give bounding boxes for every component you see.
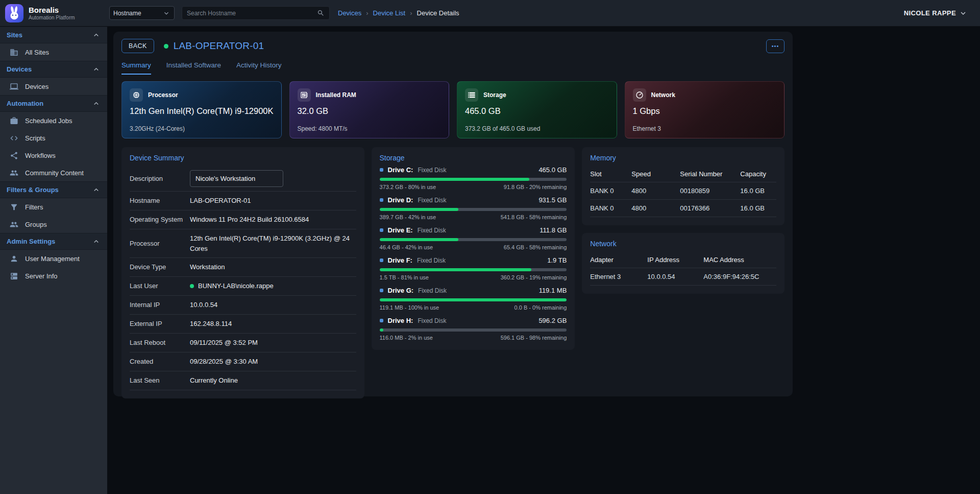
more-actions-button[interactable]: ••• (766, 39, 785, 53)
column-header: MAC Address (703, 252, 776, 268)
card-title: Storage (483, 91, 506, 99)
sidebar-section-admin-settings[interactable]: Admin Settings (0, 233, 107, 250)
tab-activity-history[interactable]: Activity History (236, 61, 282, 75)
card-title: Processor (148, 91, 178, 99)
drive-bullet-icon (380, 198, 383, 202)
drive-usage-bar (380, 328, 567, 332)
summary-row-processor: Processor 12th Gen Intel(R) Core(TM) i9-… (130, 229, 356, 258)
hostname-filter-dropdown[interactable]: Hostname (109, 6, 175, 20)
drive-f: Drive F: Fixed Disk 1.9 TB 1.5 TB - 81% … (380, 256, 567, 280)
network-panel: Network Adapter IP Address MAC Address E… (582, 233, 785, 294)
user-name: NICOLE RAPPE (904, 9, 956, 17)
breadcrumb-device-list[interactable]: Device List (373, 9, 406, 17)
breadcrumb-devices[interactable]: Devices (338, 9, 361, 17)
sidebar-item-scripts[interactable]: Scripts (0, 129, 107, 147)
chevron-down-icon (959, 9, 968, 18)
summary-row-last-reboot: Last Reboot 09/11/2025 @ 3:52 PM (130, 334, 356, 352)
sidebar-item-devices[interactable]: Devices (0, 78, 107, 95)
sidebar-section-automation[interactable]: Automation (0, 95, 107, 112)
drive-usage-bar (380, 178, 567, 181)
tab-summary[interactable]: Summary (121, 61, 151, 75)
card-footer: 373.2 GB of 465.0 GB used (465, 125, 540, 132)
table-cell: 16.0 GB (740, 182, 776, 200)
sidebar-item-scheduled-jobs[interactable]: Scheduled Jobs (0, 112, 107, 129)
brand: Borealis Automation Platform (0, 4, 107, 23)
sidebar-item-groups[interactable]: Groups (0, 216, 107, 233)
processor-icon (130, 88, 143, 102)
sidebar-item-user-management[interactable]: User Management (0, 250, 107, 267)
storage-panel: Storage Drive C: Fixed Disk 465.0 GB 373… (372, 147, 575, 350)
column-header: IP Address (647, 252, 703, 268)
sidebar-item-label: Filters (25, 203, 43, 211)
hostname-filter-label: Hostname (113, 10, 141, 17)
summary-row-description: Description (130, 166, 356, 192)
user-menu[interactable]: NICOLE RAPPE (904, 9, 980, 18)
summary-row-device-type: Device Type Workstation (130, 258, 356, 277)
search-input[interactable] (187, 10, 317, 17)
description-input[interactable] (190, 170, 283, 187)
breadcrumb: Devices › Device List › Device Details (338, 9, 459, 17)
device-details-container: BACK LAB-OPERATOR-01 ••• Summary Install… (113, 32, 793, 396)
ram-icon (298, 88, 311, 102)
section-label: Automation (7, 100, 43, 107)
summary-row-last-user: Last User BUNNY-LAB\nicole.rappe (130, 277, 356, 296)
sidebar-item-label: Workflows (25, 152, 56, 159)
sidebar-item-server-info[interactable]: Server Info (0, 267, 107, 285)
network-table: Adapter IP Address MAC Address Ethernet … (590, 252, 776, 286)
top-bar: Borealis Automation Platform Hostname De… (0, 0, 980, 27)
sidebar-section-filters-groups[interactable]: Filters & Groups (0, 181, 107, 198)
drive-e: Drive E: Fixed Disk 111.8 GB 46.4 GB - 4… (380, 226, 567, 250)
chevron-up-icon (92, 237, 101, 246)
sidebar-item-workflows[interactable]: Workflows (0, 147, 107, 164)
table-cell: 00180859 (680, 182, 740, 200)
drive-usage-bar (380, 208, 567, 211)
device-summary-panel: Device Summary Description Hostname LAB-… (121, 147, 364, 398)
drive-d: Drive D: Fixed Disk 931.5 GB 389.7 GB - … (380, 196, 567, 220)
summary-row-internal-ip: Internal IP 10.0.0.54 (130, 296, 356, 315)
network-icon (633, 88, 646, 102)
storage-icon (465, 88, 478, 102)
summary-row-last-seen: Last Seen Currently Online (130, 371, 356, 390)
sidebar-item-community-content[interactable]: Community Content (0, 164, 107, 181)
summary-row-operating-system: Operating System Windows 11 Pro 24H2 Bui… (130, 210, 356, 229)
sidebar-item-filters[interactable]: Filters (0, 198, 107, 216)
table-cell: BANK 0 (590, 182, 631, 200)
rabbit-logo-icon (5, 4, 24, 23)
sidebar-item-label: Server Info (25, 272, 58, 280)
drive-usage-fill (380, 178, 529, 181)
summary-cards: Processor 12th Gen Intel(R) Core(TM) i9-… (121, 81, 785, 138)
ellipsis-icon: ••• (772, 43, 779, 49)
drive-usage-bar (380, 238, 567, 241)
back-button[interactable]: BACK (121, 39, 154, 53)
chevron-up-icon (92, 185, 101, 194)
table-cell: 4800 (631, 182, 680, 200)
main-content: BACK LAB-OPERATOR-01 ••• Summary Install… (107, 27, 980, 494)
section-label: Sites (7, 31, 22, 39)
scheduled-jobs-icon (10, 116, 18, 125)
sidebar-item-all-sites[interactable]: All Sites (0, 43, 107, 61)
drive-bullet-icon (380, 289, 383, 292)
drive-h: Drive H: Fixed Disk 596.2 GB 116.0 MB - … (380, 317, 567, 341)
user-management-icon (10, 254, 18, 263)
card-value: 32.0 GB (298, 106, 442, 116)
sidebar-section-sites[interactable]: Sites (0, 27, 107, 43)
table-cell: BANK 0 (590, 200, 631, 217)
section-label: Devices (7, 65, 32, 73)
section-label: Admin Settings (7, 238, 55, 245)
card-value: 12th Gen Intel(R) Core(TM) i9-12900K (130, 106, 274, 116)
page-head: BACK LAB-OPERATOR-01 ••• (121, 39, 785, 53)
breadcrumb-separator: › (366, 9, 368, 17)
right-column: Memory Slot Speed Serial Number Capacity… (582, 147, 785, 294)
sidebar-section-devices[interactable]: Devices (0, 61, 107, 78)
drive-usage-fill (380, 298, 567, 301)
drive-usage-fill (380, 268, 531, 271)
community-content-icon (10, 169, 18, 177)
network-card: Network 1 Gbps Ethernet 3 (625, 81, 785, 138)
column-header: Speed (631, 166, 680, 182)
table-cell: Ethernet 3 (590, 268, 647, 286)
tab-installed-software[interactable]: Installed Software (166, 61, 221, 75)
online-status-dot (164, 44, 168, 49)
drive-usage-bar (380, 268, 567, 271)
sidebar-item-label: Scripts (25, 134, 45, 142)
groups-icon (10, 220, 18, 229)
